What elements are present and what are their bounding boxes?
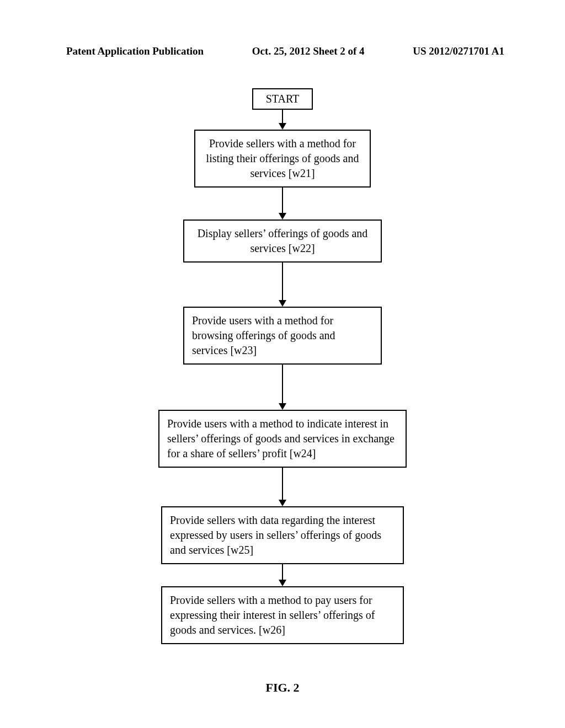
node-label: Provide sellers with data regarding the … bbox=[170, 514, 381, 556]
page-header: Patent Application Publication Oct. 25, … bbox=[0, 45, 565, 57]
node-w24: Provide users with a method to indicate … bbox=[158, 410, 407, 468]
arrow-icon bbox=[279, 263, 286, 307]
node-start: START bbox=[252, 88, 313, 110]
node-label: Provide users with a method to indicate … bbox=[167, 417, 395, 459]
node-label: Provide users with a method for browsing… bbox=[192, 314, 335, 356]
node-w23: Provide users with a method for browsing… bbox=[183, 307, 382, 365]
node-w25: Provide sellers with data regarding the … bbox=[161, 506, 404, 564]
arrow-icon bbox=[279, 365, 286, 410]
header-left: Patent Application Publication bbox=[66, 45, 204, 57]
arrow-icon bbox=[279, 188, 286, 220]
page: Patent Application Publication Oct. 25, … bbox=[0, 0, 565, 728]
arrow-icon bbox=[279, 110, 286, 130]
header-right: US 2012/0271701 A1 bbox=[413, 45, 504, 57]
node-label: Provide sellers with a method for listin… bbox=[206, 137, 359, 179]
flowchart: START Provide sellers with a method for … bbox=[0, 88, 565, 644]
node-w22: Display sellers’ offerings of goods and … bbox=[183, 220, 382, 263]
node-label: Display sellers’ offerings of goods and … bbox=[198, 227, 368, 254]
arrow-icon bbox=[279, 468, 286, 506]
node-label: START bbox=[266, 93, 300, 105]
node-w21: Provide sellers with a method for listin… bbox=[194, 130, 371, 188]
arrow-icon bbox=[279, 564, 286, 586]
header-center: Oct. 25, 2012 Sheet 2 of 4 bbox=[252, 45, 365, 57]
figure-caption: FIG. 2 bbox=[0, 681, 565, 695]
node-label: Provide sellers with a method to pay use… bbox=[170, 594, 375, 636]
node-w26: Provide sellers with a method to pay use… bbox=[161, 586, 404, 644]
